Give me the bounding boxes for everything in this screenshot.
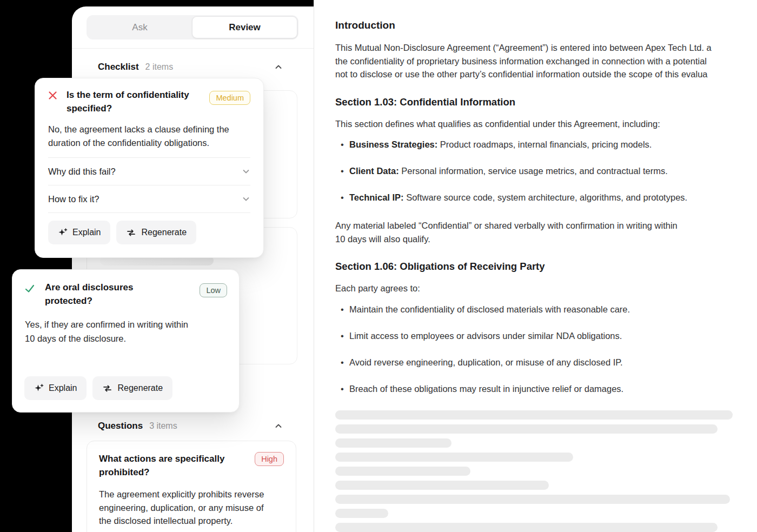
questions-collapse-button[interactable] [273, 420, 284, 432]
app-window: Ask Review Checklist 2 items Questions [0, 0, 757, 532]
regenerate-button[interactable]: Regenerate [92, 376, 172, 400]
skeleton-bar [335, 467, 470, 476]
checklist-collapse-button[interactable] [273, 61, 284, 73]
doc-section-106-intro: Each party agrees to: [335, 282, 757, 295]
skeleton-bar [335, 495, 730, 504]
doc-section-103-intro: This section defines what qualifies as c… [335, 117, 757, 131]
list-item: Technical IP: Software source code, syst… [335, 191, 757, 204]
skeleton-bar [335, 481, 549, 490]
list-item: Avoid reverse engineering, duplication, … [335, 356, 757, 369]
check-title: Are oral disclosures protected? [45, 281, 200, 308]
skeleton-bar [335, 424, 718, 434]
failed-check-popover: Is the term of confidentiality specified… [35, 78, 264, 258]
document-pane: Introduction This Mutual Non-Disclosure … [314, 0, 757, 532]
severity-badge-low: Low [200, 283, 227, 297]
check-result-text: No, the agreement lacks a clause definin… [48, 123, 250, 150]
skeleton-bar [335, 453, 573, 462]
list-item: Breach of these obligations may result i… [335, 382, 757, 395]
doc-section-103-list: Business Strategies: Product roadmaps, i… [335, 138, 757, 204]
regenerate-icon [102, 383, 112, 394]
doc-loading-skeleton [335, 410, 757, 532]
tab-bar: Ask Review [87, 15, 298, 39]
tab-ask[interactable]: Ask [88, 16, 192, 38]
regenerate-icon [126, 228, 136, 238]
checklist-title: Checklist [98, 62, 139, 72]
regenerate-button[interactable]: Regenerate [116, 221, 196, 244]
chevron-down-icon [242, 167, 250, 176]
question-card[interactable]: What actions are specifically prohibited… [87, 441, 296, 532]
fail-x-icon [48, 91, 60, 102]
tabbar-divider [72, 48, 314, 49]
accordion-how-to-fix-it[interactable]: How to fix it? [48, 185, 250, 212]
skeleton-bar [335, 509, 388, 518]
sparkle-icon [58, 228, 68, 237]
severity-badge-medium: Medium [209, 91, 250, 105]
questions-header: Questions 3 items [98, 419, 284, 433]
passed-check-popover: Are oral disclosures protected? Low Yes,… [12, 269, 240, 413]
explain-button[interactable]: Explain [24, 376, 87, 400]
skeleton-bar [335, 523, 718, 532]
explain-button[interactable]: Explain [48, 221, 110, 244]
pass-check-icon [24, 283, 36, 296]
check-result-text: Yes, if they are confirmed in writing wi… [25, 317, 227, 345]
questions-title: Questions [98, 421, 143, 431]
list-item: Limit access to employees or advisors un… [335, 329, 757, 342]
accordion-why-did-this-fail[interactable]: Why did this fail? [48, 157, 250, 185]
chevron-up-icon [274, 63, 283, 71]
chevron-up-icon [274, 422, 283, 430]
tab-review[interactable]: Review [192, 16, 297, 38]
doc-heading-section-106: Section 1.06: Obligations of Receiving P… [335, 260, 757, 273]
doc-section-106-list: Maintain the confidentiality of disclose… [335, 303, 757, 395]
doc-section-103-note: Any material labeled “Confidential” or s… [335, 219, 757, 245]
doc-heading-section-103: Section 1.03: Confidential Information [335, 95, 757, 109]
chevron-down-icon [242, 195, 250, 203]
pane-divider [314, 0, 314, 532]
doc-intro-paragraph: This Mutual Non-Disclosure Agreement (“A… [335, 41, 757, 81]
sparkle-icon [34, 383, 44, 393]
severity-badge-high: High [255, 452, 284, 466]
skeleton-bar [335, 438, 451, 448]
checklist-count: 2 items [145, 62, 273, 72]
list-item: Business Strategies: Product roadmaps, i… [335, 138, 757, 151]
question-answer: The agreement explicitly prohibits rever… [99, 488, 284, 528]
check-title: Is the term of confidentiality specified… [67, 88, 209, 115]
skeleton-bar [335, 410, 733, 420]
question-title: What actions are specifically prohibited… [99, 452, 255, 479]
checklist-header: Checklist 2 items [98, 60, 284, 74]
list-item: Client Data: Personal information, servi… [335, 164, 757, 177]
list-item: Maintain the confidentiality of disclose… [335, 303, 757, 316]
doc-heading-introduction: Introduction [335, 18, 757, 32]
questions-count: 3 items [149, 421, 273, 431]
